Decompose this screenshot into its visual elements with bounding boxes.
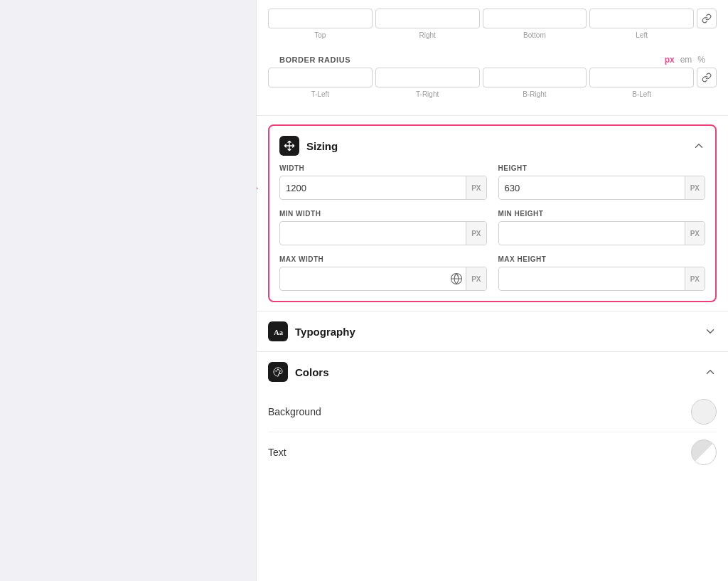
- link-icon: [702, 14, 712, 23]
- t-right-label: T-Right: [375, 89, 480, 98]
- typography-icon-svg: Aa: [272, 326, 284, 337]
- move-icon: [284, 140, 295, 151]
- min-height-input[interactable]: [499, 223, 685, 244]
- width-label: WIDTH: [279, 164, 487, 172]
- colors-header[interactable]: Colors: [257, 352, 728, 392]
- height-input[interactable]: [499, 178, 685, 198]
- b-right-input[interactable]: [483, 68, 587, 87]
- colors-chevron-icon: [704, 366, 717, 378]
- spacer: [697, 30, 717, 39]
- typography-chevron-icon: [704, 325, 717, 338]
- max-width-label: MAX WIDTH: [279, 255, 487, 263]
- b-right-label: B-Right: [483, 89, 587, 98]
- border-radius-inputs-row: [268, 68, 717, 87]
- typography-header-left: Aa Typography: [268, 321, 355, 341]
- bottom-input[interactable]: [483, 9, 587, 28]
- colors-header-left: Colors: [268, 362, 329, 382]
- svg-point-3: [275, 371, 277, 372]
- globe-icon: [450, 272, 463, 285]
- background-color-row: Background: [268, 392, 717, 432]
- colors-content: Background Text: [257, 392, 728, 481]
- min-height-suffix: PX: [685, 222, 705, 245]
- unit-percent-button[interactable]: %: [697, 55, 705, 65]
- top-input-wrap[interactable]: [268, 9, 373, 28]
- b-left-input-wrap[interactable]: [589, 68, 694, 87]
- sizing-chevron-icon: [692, 139, 705, 152]
- colors-icon: [268, 362, 288, 382]
- padding-inputs-row: [268, 9, 717, 28]
- max-width-suffix: PX: [466, 267, 486, 290]
- padding-section: Top Right Bottom Left: [257, 0, 728, 48]
- width-input-wrap[interactable]: PX: [279, 176, 487, 200]
- width-input[interactable]: [280, 178, 466, 198]
- link-toggle-button[interactable]: [697, 9, 717, 28]
- height-input-wrap[interactable]: PX: [498, 176, 706, 200]
- padding-labels-row: Top Right Bottom Left: [268, 30, 717, 39]
- max-width-field: MAX WIDTH PX: [279, 255, 487, 291]
- height-suffix: PX: [685, 176, 705, 199]
- left-panel: [0, 0, 256, 581]
- right-panel: Top Right Bottom Left BORDER RADIUS px e…: [256, 0, 728, 581]
- width-suffix: PX: [466, 176, 486, 199]
- min-width-field: MIN WIDTH PX: [279, 210, 487, 245]
- spacer2: [697, 89, 717, 98]
- b-left-label: B-Left: [589, 89, 694, 98]
- background-swatch[interactable]: [691, 399, 717, 425]
- b-left-input[interactable]: [590, 68, 693, 87]
- min-width-input[interactable]: [280, 223, 466, 244]
- max-height-suffix: PX: [685, 267, 705, 290]
- top-label: Top: [268, 30, 373, 39]
- max-height-field: MAX HEIGHT PX: [498, 255, 706, 291]
- right-input-wrap[interactable]: [375, 9, 480, 28]
- text-color-swatch[interactable]: [691, 439, 717, 465]
- max-width-input[interactable]: [280, 269, 450, 289]
- background-label: Background: [268, 406, 321, 417]
- max-width-input-wrap[interactable]: PX: [279, 267, 487, 291]
- sizing-section-header[interactable]: Sizing: [279, 136, 705, 164]
- svg-point-6: [279, 372, 280, 373]
- width-field: WIDTH PX: [279, 164, 487, 200]
- sizing-icon: [279, 136, 299, 156]
- border-radius-link-button[interactable]: [697, 68, 717, 87]
- min-height-label: MIN HEIGHT: [498, 210, 706, 218]
- max-height-input[interactable]: [499, 269, 685, 289]
- right-input[interactable]: [376, 9, 479, 28]
- typography-header[interactable]: Aa Typography: [257, 311, 728, 351]
- min-height-input-wrap[interactable]: PX: [498, 221, 706, 245]
- sizing-wrapper: Sizing WIDTH PX HEIGHT: [257, 124, 728, 302]
- height-label: HEIGHT: [498, 164, 706, 172]
- typography-icon: Aa: [268, 321, 288, 341]
- b-right-input-wrap[interactable]: [483, 68, 587, 87]
- svg-point-5: [279, 371, 281, 372]
- min-height-field: MIN HEIGHT PX: [498, 210, 706, 245]
- sizing-section: Sizing WIDTH PX HEIGHT: [268, 124, 717, 302]
- t-right-input[interactable]: [376, 68, 479, 87]
- t-right-input-wrap[interactable]: [375, 68, 480, 87]
- left-label: Left: [589, 30, 694, 39]
- bottom-label: Bottom: [483, 30, 587, 39]
- sizing-header-left: Sizing: [279, 136, 338, 156]
- min-width-suffix: PX: [466, 222, 486, 245]
- border-radius-labels-row: T-Left T-Right B-Right B-Left: [268, 89, 717, 98]
- sizing-title: Sizing: [306, 140, 338, 152]
- typography-section: Aa Typography: [257, 311, 728, 351]
- right-label: Right: [375, 30, 480, 39]
- left-input-wrap[interactable]: [589, 9, 694, 28]
- left-input[interactable]: [590, 9, 693, 28]
- colors-title: Colors: [295, 366, 329, 378]
- text-label: Text: [268, 447, 287, 458]
- annotation-arrow: [256, 160, 264, 203]
- t-left-label: T-Left: [268, 89, 373, 98]
- max-height-input-wrap[interactable]: PX: [498, 267, 706, 291]
- bottom-input-wrap[interactable]: [483, 9, 587, 28]
- colors-section: Colors Background Text: [257, 351, 728, 481]
- min-width-input-wrap[interactable]: PX: [279, 221, 487, 245]
- sizing-grid: WIDTH PX HEIGHT PX MIN WIDTH: [279, 164, 705, 291]
- min-width-label: MIN WIDTH: [279, 210, 487, 218]
- unit-px-button[interactable]: px: [665, 55, 675, 65]
- t-left-input[interactable]: [269, 68, 372, 87]
- top-input[interactable]: [269, 9, 372, 28]
- unit-em-button[interactable]: em: [680, 55, 692, 65]
- svg-text:Aa: Aa: [274, 329, 284, 336]
- t-left-input-wrap[interactable]: [268, 68, 373, 87]
